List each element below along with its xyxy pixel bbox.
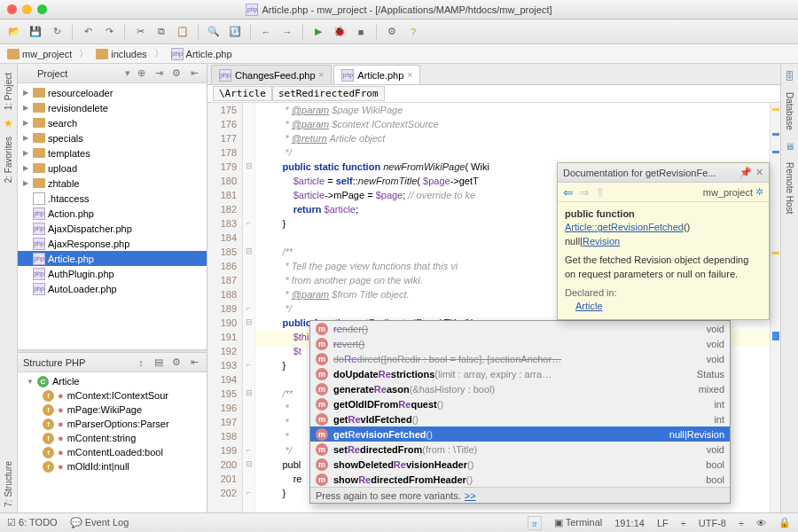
autocomplete-item[interactable]: m getRevisionFetched() null|Revision [310,426,730,442]
tree-folder[interactable]: ▶resourceloader [18,85,207,100]
lock-icon[interactable]: 🔒 [778,517,791,528]
autocomplete-item[interactable]: m doRedirect([noRedir : bool = false], [… [310,351,730,366]
method-icon: m [316,383,328,395]
help-icon[interactable]: ? [404,23,422,41]
autocomplete-item[interactable]: m showDeletedRevisionHeader() bool [310,457,730,472]
tool-project-tab[interactable]: 1: Project [4,67,13,115]
project-tree[interactable]: ▶resourceloader▶revisiondelete▶search▶sp… [18,83,207,349]
dropdown-icon[interactable]: ▾ [125,67,130,79]
back-icon[interactable]: ← [257,23,275,41]
more-variants-link[interactable]: >> [465,490,476,501]
inspector-icon[interactable]: 👁 [756,518,766,528]
field-icon: f [43,390,54,402]
doc-project[interactable]: mw_project ✲ [690,186,763,198]
tree-file[interactable]: phpAjaxResponse.php [18,236,207,251]
hide-icon[interactable]: ⇤ [187,356,201,370]
stop-icon[interactable]: ■ [352,23,370,41]
event-log-button[interactable]: 💬 Event Log [70,517,129,528]
error-stripe[interactable] [770,103,780,512]
copy-icon[interactable]: ⧉ [153,23,170,41]
txt-file-icon [33,192,45,205]
structure-field[interactable]: f●mContentLoaded:bool [18,445,207,459]
editor-tab[interactable]: phpChangesFeed.php× [211,65,332,84]
nav-method[interactable]: setRedirectedFrom [272,86,385,101]
tree-file[interactable]: .htaccess [18,191,207,206]
tree-file[interactable]: phpArticle.php [18,251,207,266]
method-icon: m [316,323,328,335]
doc-return-link[interactable]: Revision [583,236,620,246]
autocomplete-item[interactable]: m showRedirectedFromHeader() bool [310,472,730,487]
hide-icon[interactable]: ⇤ [187,66,201,81]
documentation-popup[interactable]: Documentation for getRevisionFe... 📌 ✕ ⇐… [557,162,770,320]
autocomplete-item[interactable]: m render() void [310,321,730,336]
close-tab-icon[interactable]: × [319,70,325,80]
todo-button[interactable]: ☑ 6: TODO [7,517,58,528]
tool-database-tab[interactable]: Database [785,87,794,136]
filter-icon[interactable]: ▤ [152,356,166,370]
close-tab-icon[interactable]: × [407,70,412,80]
autocomplete-item[interactable]: m revert() void [310,336,730,351]
forward-icon[interactable]: → [278,23,296,41]
gear-icon[interactable]: ✲ [755,186,763,198]
structure-field[interactable]: f●mContext:IContextSour [18,388,207,403]
save-all-icon[interactable]: 💾 [27,23,44,41]
sort-icon[interactable]: ↕ [134,356,148,370]
structure-field[interactable]: f●mPage:WikiPage [18,403,207,417]
close-icon[interactable]: ✕ [755,167,763,178]
tree-folder[interactable]: ▶revisiondelete [18,100,207,115]
run-icon[interactable]: ▶ [309,23,327,41]
structure-field[interactable]: f●mContent:string [18,431,207,445]
encoding[interactable]: UTF-8 [699,518,726,528]
tree-file[interactable]: phpAuthPlugin.php [18,266,207,281]
tree-folder[interactable]: ▶zhtable [18,176,207,191]
open-icon[interactable]: 📂 [5,23,23,41]
find-icon[interactable]: 🔍 [205,23,223,41]
tool-remote-host-tab[interactable]: Remote Host [785,157,794,219]
tool-favorites-tab[interactable]: 2: Favorites [4,131,13,188]
scroll-target-icon[interactable]: ⊕ [134,66,148,81]
autocomplete-item[interactable]: m doUpdateRestrictions(limit : array, ex… [310,366,730,381]
crumb-file[interactable]: phpArticle.php [168,47,236,61]
tree-folder[interactable]: ▶specials [18,130,207,145]
doc-nav: ⇐ ⇒ ⇑ mw_project ✲ [558,183,769,202]
settings-icon[interactable]: ⚙ [383,23,401,41]
sync-icon[interactable]: ↻ [48,23,66,41]
tree-file[interactable]: phpAjaxDispatcher.php [18,221,207,236]
autocomplete-item[interactable]: m getRevIdFetched() int [310,411,730,426]
undo-icon[interactable]: ↶ [79,23,97,41]
structure-tree[interactable]: ▼CArticlef●mContext:IContextSourf●mPage:… [18,372,207,512]
structure-field[interactable]: f●mParserOptions:Parser [18,417,207,431]
gear-icon[interactable]: ⚙ [169,356,184,370]
structure-class[interactable]: ▼CArticle [18,374,207,388]
debug-icon[interactable]: 🐞 [331,23,348,41]
tool-structure-tab[interactable]: 7: Structure [4,456,13,512]
nav-class[interactable]: \Article [213,86,272,101]
replace-icon[interactable]: 🔃 [226,23,244,41]
tree-file[interactable]: phpAutoLoader.php [18,281,207,296]
paste-icon[interactable]: 📋 [174,23,192,41]
collapse-icon[interactable]: ⇥ [152,66,166,81]
crumb-root[interactable]: mw_project [4,48,75,60]
autocomplete-item[interactable]: m getOldIDFromRequest() int [310,396,730,411]
tree-file[interactable]: phpAction.php [18,206,207,221]
autocomplete-item[interactable]: m generateReason(&hasHistory : bool) mix… [310,381,730,396]
pi-icon[interactable]: π [528,516,542,530]
doc-declared-link[interactable]: Article [575,301,603,311]
tree-folder[interactable]: ▶upload [18,160,207,176]
fold-column[interactable]: ⊟⌐⊟⌐⊟⌐⊟⌐⊟⌐ [243,103,255,512]
cut-icon[interactable]: ✂ [131,23,149,41]
autocomplete-item[interactable]: m setRedirectedFrom(from : \Title) void [310,442,730,457]
autocomplete-popup[interactable]: m render() void m revert() void m doRedi… [309,320,731,504]
line-separator[interactable]: LF [657,518,669,528]
redo-icon[interactable]: ↷ [100,23,118,41]
back-icon[interactable]: ⇐ [563,185,574,200]
tree-folder[interactable]: ▶templates [18,145,207,160]
editor-tab[interactable]: phpArticle.php× [333,65,420,84]
pin-icon[interactable]: 📌 [739,167,752,178]
structure-field[interactable]: f●mOldId:int|null [18,459,207,473]
tree-folder[interactable]: ▶search [18,115,207,130]
terminal-button[interactable]: ▣ Terminal [554,517,602,528]
crumb-folder[interactable]: includes [92,48,150,60]
doc-signature-link[interactable]: Article::getRevisionFetched [565,222,684,232]
gear-icon[interactable]: ⚙ [169,66,184,81]
